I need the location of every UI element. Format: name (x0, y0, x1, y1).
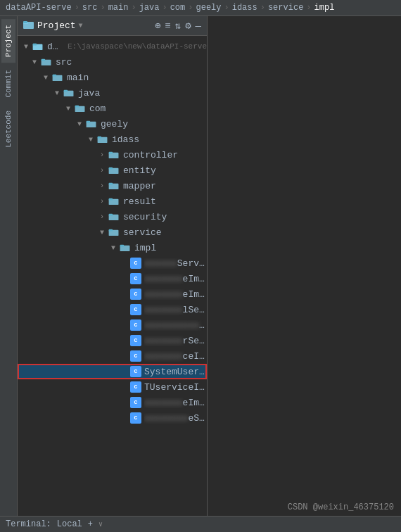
tree-root[interactable]: ▼ dataAPI-serve E:\javaspace\new\dataAPI… (18, 39, 207, 54)
breadcrumb: dataAPI-serve › src › main › java › com … (0, 0, 401, 16)
tree-item-file6[interactable]: c xxxxxxxrServiceImpl (18, 333, 207, 348)
folder-icon-geely (85, 119, 98, 129)
folder-icon-main (51, 72, 64, 82)
panel-title[interactable]: Project (37, 20, 76, 31)
tree-item-service[interactable]: ▼ service (18, 224, 207, 240)
svg-rect-12 (75, 106, 79, 108)
label-java: java (78, 88, 100, 99)
label-impl: impl (134, 243, 156, 253)
label-service: service (123, 227, 162, 238)
panel-dropdown-arrow[interactable]: ▼ (79, 22, 83, 30)
label-src: src (56, 57, 72, 68)
tree-item-result[interactable]: › result (18, 194, 207, 209)
breadcrumb-item-1[interactable]: dataAPI-serve (6, 3, 72, 13)
class-icon-file1: c (130, 258, 141, 269)
tree-item-src[interactable]: ▼ src (18, 54, 207, 70)
editor-area (208, 16, 401, 516)
breadcrumb-item-8[interactable]: service (268, 3, 303, 13)
label-geely: geely (101, 119, 128, 129)
tree-item-com[interactable]: ▼ com (18, 101, 207, 116)
arrow-java: ▼ (51, 89, 63, 97)
tree-item-file3[interactable]: c xxxxxxxeImpl (18, 286, 207, 302)
label-file3: xxxxxxxeImpl (144, 289, 207, 300)
folder-icon (23, 20, 34, 32)
label-file1: xxxxxxServiceImpl (144, 258, 207, 269)
panel-title-area: Project ▼ (23, 20, 83, 32)
folder-icon-security (108, 212, 120, 222)
class-icon-file11: c (130, 412, 141, 424)
tree-item-file2[interactable]: c xxxxxxxeImpl (18, 271, 207, 286)
svg-rect-18 (109, 152, 113, 154)
folder-icon-impl (119, 243, 132, 253)
breadcrumb-item-7[interactable]: idass (232, 3, 257, 13)
breadcrumb-item-2[interactable]: src (82, 3, 98, 13)
minimize-icon[interactable]: — (196, 20, 201, 32)
label-com: com (89, 103, 106, 114)
arrow-idass: ▼ (85, 136, 96, 144)
svg-rect-14 (87, 121, 91, 123)
tree-item-file10[interactable]: c xxxxxxxeImpl (18, 395, 207, 410)
panel-header: Project ▼ ⊕ ≡ ⇅ ⚙ — (18, 16, 207, 36)
tree-item-impl[interactable]: ▼ impl (18, 240, 207, 255)
tree-item-file1[interactable]: c xxxxxxServiceImpl (18, 255, 207, 271)
tree-item-file5[interactable]: c xxxxxxxxxxServiceImpl (18, 317, 207, 333)
tree-item-geely[interactable]: ▼ geely (18, 116, 207, 132)
tree-item-mapper[interactable]: › mapper (18, 178, 207, 194)
svg-rect-16 (98, 137, 102, 139)
class-icon-file5: c (130, 319, 141, 331)
terminal-local[interactable]: Local (57, 519, 82, 529)
side-tab-commit[interactable]: Commit (1, 64, 15, 103)
tree-item-file9[interactable]: c TUserviceImpl (18, 379, 207, 395)
tree-item-entity[interactable]: › entity (18, 163, 207, 178)
tree-item-main[interactable]: ▼ main (18, 70, 207, 85)
sort-icon[interactable]: ⇅ (175, 20, 181, 32)
class-icon-file7: c (130, 350, 141, 362)
svg-rect-8 (53, 75, 57, 77)
folder-icon-java (63, 88, 75, 98)
tree-item-java[interactable]: ▼ java (18, 85, 207, 101)
breadcrumb-item-6[interactable]: geely (196, 3, 221, 13)
svg-rect-10 (64, 90, 68, 92)
tree-item-file11[interactable]: c xxxxxxxxeServiceImpl (18, 410, 207, 426)
collapse-icon[interactable]: ≡ (165, 20, 170, 32)
tree-item-security[interactable]: › security (18, 209, 207, 224)
folder-icon-idass (96, 134, 109, 144)
label-file2: xxxxxxxeImpl (144, 274, 207, 284)
svg-rect-30 (120, 245, 125, 247)
breadcrumb-item-5[interactable]: com (170, 3, 186, 13)
tree-item-idass[interactable]: ▼ idass (18, 132, 207, 147)
side-tabs-panel: Project Commit Leetcode (0, 16, 18, 516)
folder-icon-src (40, 57, 53, 67)
breadcrumb-item-4[interactable]: java (139, 3, 160, 13)
arrow-security: › (96, 213, 108, 221)
label-file6: xxxxxxxrServiceImpl (144, 336, 207, 346)
arrow-geely: ▼ (74, 120, 85, 128)
label-file9: TUserviceImpl (144, 382, 207, 393)
label-mapper: mapper (123, 181, 156, 191)
terminal-add-icon[interactable]: + (88, 519, 93, 529)
tree-item-file8[interactable]: c SystemUserServiceImpl (18, 364, 207, 379)
folder-icon-com (74, 103, 87, 113)
tree-item-file7[interactable]: c xxxxxxxceImpl (18, 348, 207, 364)
side-tab-project[interactable]: Project (1, 19, 15, 63)
svg-rect-2 (23, 21, 27, 23)
folder-icon-entity (108, 165, 120, 175)
root-label: dataAPI-serve (47, 42, 63, 52)
svg-rect-20 (109, 167, 113, 170)
side-tab-leetcode[interactable]: Leetcode (1, 105, 15, 153)
arrow-com: ▼ (63, 105, 74, 113)
class-icon-file3: c (130, 289, 141, 300)
file-tree[interactable]: ▼ dataAPI-serve E:\javaspace\new\dataAPI… (18, 36, 207, 516)
locate-icon[interactable]: ⊕ (155, 20, 160, 32)
settings-icon[interactable]: ⚙ (185, 20, 191, 32)
panel-header-icons: ⊕ ≡ ⇅ ⚙ — (155, 20, 201, 32)
terminal-dropdown-arrow[interactable]: ∨ (98, 520, 103, 528)
tree-item-file4[interactable]: c xxxxxxxlServiceIm (18, 302, 207, 317)
breadcrumb-item-3[interactable]: main (108, 3, 129, 13)
tree-item-controller[interactable]: › controller (18, 147, 207, 163)
breadcrumb-item-9[interactable]: impl (314, 3, 335, 13)
class-icon-file6: c (130, 335, 141, 346)
label-file8: SystemUserServiceImpl (144, 367, 207, 377)
svg-rect-26 (109, 214, 113, 216)
arrow-main: ▼ (40, 74, 51, 82)
